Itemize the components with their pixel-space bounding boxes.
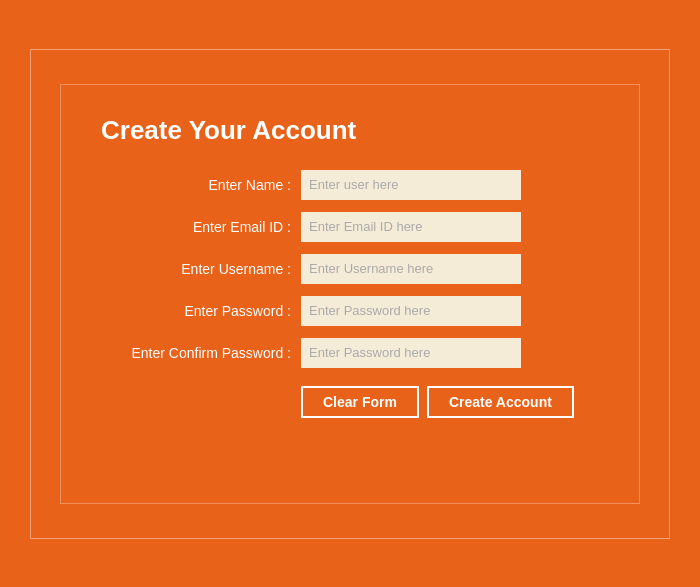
clear-form-button[interactable]: Clear Form xyxy=(301,386,419,418)
email-input[interactable] xyxy=(301,212,521,242)
name-input[interactable] xyxy=(301,170,521,200)
name-row: Enter Name : xyxy=(101,170,599,200)
outer-border: Create Your Account Enter Name : Enter E… xyxy=(30,49,670,539)
form-title: Create Your Account xyxy=(101,115,599,146)
confirm-password-label: Enter Confirm Password : xyxy=(101,345,301,361)
password-input[interactable] xyxy=(301,296,521,326)
username-row: Enter Username : xyxy=(101,254,599,284)
username-label: Enter Username : xyxy=(101,261,301,277)
create-account-button[interactable]: Create Account xyxy=(427,386,574,418)
email-row: Enter Email ID : xyxy=(101,212,599,242)
button-row: Clear Form Create Account xyxy=(101,386,599,418)
email-label: Enter Email ID : xyxy=(101,219,301,235)
name-label: Enter Name : xyxy=(101,177,301,193)
username-input[interactable] xyxy=(301,254,521,284)
password-label: Enter Password : xyxy=(101,303,301,319)
confirm-password-input[interactable] xyxy=(301,338,521,368)
inner-border: Create Your Account Enter Name : Enter E… xyxy=(60,84,640,504)
confirm-password-row: Enter Confirm Password : xyxy=(101,338,599,368)
password-row: Enter Password : xyxy=(101,296,599,326)
